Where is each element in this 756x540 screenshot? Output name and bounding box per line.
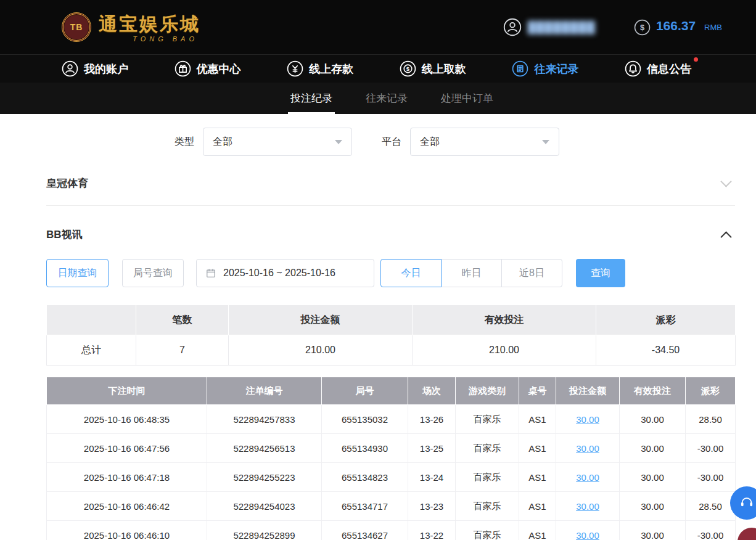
bet-table-header-cell: 局号 — [322, 377, 408, 405]
section-bb-video[interactable]: BB视讯 — [46, 221, 735, 248]
valid-bet: 30.00 — [620, 463, 686, 492]
chevron-down-icon[interactable] — [720, 176, 731, 187]
summary-header-payout: 派彩 — [596, 305, 736, 335]
table-number: AS1 — [519, 463, 556, 492]
balance-display: $ 166.37 RMB — [634, 18, 722, 36]
order-number: 522894256513 — [207, 434, 322, 463]
nav-item-label: 信息公告 — [647, 62, 691, 76]
platform-filter-label: 平台 — [382, 136, 401, 149]
query-bar: 日期查询 局号查询 2025-10-16 ~ 2025-10-16 今日 昨日 … — [46, 259, 735, 287]
transfer-record-icon — [512, 60, 528, 77]
last-8-days-button[interactable]: 近8日 — [501, 259, 562, 287]
date-range-value: 2025-10-16 ~ 2025-10-16 — [223, 268, 335, 279]
nav-item-withdraw[interactable]: $线上取款 — [400, 60, 466, 77]
search-button[interactable]: 查询 — [576, 259, 625, 287]
date-range-input[interactable]: 2025-10-16 ~ 2025-10-16 — [196, 259, 374, 287]
nav-item-user[interactable]: 我的账户 — [62, 60, 128, 77]
sub-tab-2[interactable]: 处理中订单 — [438, 83, 496, 114]
table-number: AS1 — [519, 492, 556, 521]
round-number: 655134717 — [322, 492, 408, 521]
session: 13-25 — [408, 434, 456, 463]
table-number: AS1 — [519, 434, 556, 463]
order-number: 522894254023 — [207, 492, 322, 521]
round-query-button[interactable]: 局号查询 — [122, 259, 184, 287]
bet-amount-link[interactable]: 30.00 — [576, 472, 599, 483]
platform-select[interactable]: 全部 — [410, 128, 559, 156]
bet-amount: 30.00 — [556, 405, 620, 434]
table-row: 2025-10-16 06:46:42522894254023655134717… — [47, 492, 736, 521]
nav-item-transfer-record[interactable]: 往来记录 — [512, 60, 578, 77]
announcement-icon — [625, 60, 641, 77]
round-number: 655134930 — [322, 434, 408, 463]
dollar-coin-icon: $ — [634, 19, 651, 36]
nav-item-announcement[interactable]: 信息公告 — [625, 60, 691, 77]
payout: -30.00 — [686, 521, 736, 540]
payout: 28.50 — [686, 405, 736, 434]
section-title: 皇冠体育 — [46, 176, 88, 190]
chevron-up-icon[interactable] — [720, 231, 731, 242]
type-select[interactable]: 全部 — [203, 128, 352, 156]
nav-item-deposit[interactable]: 线上存款 — [287, 60, 353, 77]
valid-bet: 30.00 — [620, 434, 686, 463]
round-number: 655134823 — [322, 463, 408, 492]
chevron-down-icon — [542, 140, 549, 144]
game-type: 百家乐 — [456, 463, 519, 492]
sub-tab-0[interactable]: 投注纪录 — [288, 83, 335, 114]
notification-badge — [694, 57, 698, 62]
order-number: 522894252899 — [207, 521, 322, 540]
summary-header-bet-amount: 投注金额 — [229, 305, 413, 335]
username-redacted: ████████ — [528, 21, 596, 34]
summary-valid-bet: 210.00 — [413, 335, 596, 366]
bet-amount-link[interactable]: 30.00 — [576, 414, 599, 425]
bet-time: 2025-10-16 06:47:18 — [47, 463, 207, 492]
user-info[interactable]: ████████ — [503, 18, 596, 36]
content-area: 类型 全部 平台 全部 皇冠体育 BB视讯 日期查询 局号查询 2025-10- — [0, 114, 756, 540]
section-title: BB视讯 — [46, 227, 83, 242]
sub-tab-1[interactable]: 往来记录 — [363, 83, 410, 114]
bet-amount-link[interactable]: 30.00 — [576, 501, 599, 512]
game-type: 百家乐 — [456, 492, 519, 521]
sub-nav: 投注纪录往来记录处理中订单 — [0, 83, 756, 114]
deposit-icon — [287, 60, 303, 77]
filter-row: 类型 全部 平台 全部 — [175, 128, 735, 156]
bet-time: 2025-10-16 06:47:56 — [47, 434, 207, 463]
platform-filter-group: 平台 全部 — [382, 128, 559, 156]
table-row: 2025-10-16 06:47:56522894256513655134930… — [47, 434, 736, 463]
section-crown-sports[interactable]: 皇冠体育 — [46, 170, 735, 197]
round-number: 655134627 — [322, 521, 408, 540]
balance-currency: RMB — [704, 23, 722, 32]
summary-header-empty — [47, 305, 136, 335]
bet-amount-link[interactable]: 30.00 — [576, 443, 599, 454]
bet-table-header-cell: 派彩 — [686, 377, 736, 405]
today-button[interactable]: 今日 — [380, 259, 442, 287]
chevron-down-icon — [335, 140, 342, 144]
nav-item-label: 我的账户 — [84, 62, 128, 76]
bet-table-header-cell: 注单编号 — [207, 377, 322, 405]
site-logo[interactable]: TB 通宝娱乐城 TONG BAO — [62, 12, 200, 43]
nav-item-gift[interactable]: 优惠中心 — [175, 60, 241, 77]
bet-table-header: 下注时间注单编号局号场次游戏类别桌号投注金额有效投注派彩 — [47, 377, 736, 405]
date-query-button[interactable]: 日期查询 — [46, 259, 109, 287]
summary-payout: -34.50 — [596, 335, 736, 366]
balance-amount: 166.37 — [656, 18, 696, 33]
game-type: 百家乐 — [456, 405, 519, 434]
quick-date-group: 今日 昨日 近8日 — [380, 259, 562, 287]
logo-chip-icon: TB — [62, 12, 91, 42]
payout: 28.50 — [686, 492, 736, 521]
nav-item-label: 线上取款 — [422, 62, 466, 76]
summary-total-label: 总计 — [47, 335, 136, 366]
summary-header-count: 笔数 — [136, 305, 229, 335]
game-type: 百家乐 — [456, 434, 519, 463]
gift-icon — [175, 60, 191, 77]
session: 13-22 — [408, 521, 456, 540]
bet-amount-link[interactable]: 30.00 — [576, 530, 599, 540]
logo-title: 通宝娱乐城 — [99, 12, 200, 37]
bet-table-header-cell: 下注时间 — [47, 377, 207, 405]
yesterday-button[interactable]: 昨日 — [441, 259, 502, 287]
main-nav: 我的账户优惠中心线上存款$线上取款往来记录信息公告 — [0, 54, 756, 83]
summary-bet-amount: 210.00 — [229, 335, 413, 366]
valid-bet: 30.00 — [620, 492, 686, 521]
bet-time: 2025-10-16 06:48:35 — [47, 405, 207, 434]
bet-table-header-cell: 场次 — [408, 377, 456, 405]
bet-time: 2025-10-16 06:46:42 — [47, 492, 207, 521]
